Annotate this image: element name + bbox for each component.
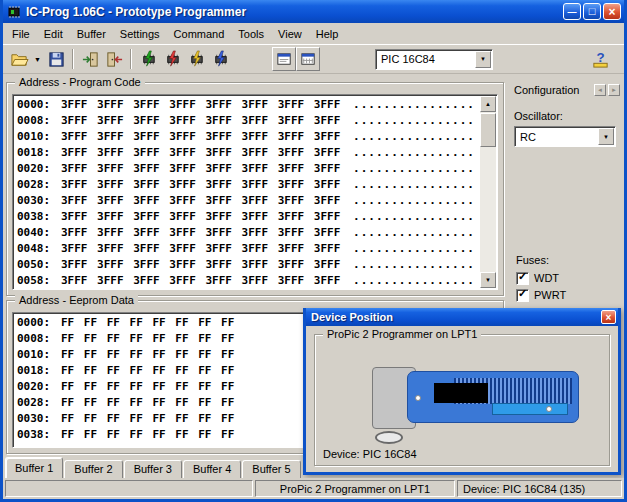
fuse-checkbox[interactable]: ✓	[516, 272, 529, 285]
row-address: 0038:	[17, 209, 61, 225]
verify-button[interactable]	[208, 47, 232, 71]
buffer-tab[interactable]: Buffer 4	[183, 460, 241, 478]
menu-item[interactable]: Settings	[113, 25, 167, 43]
menu-item[interactable]: File	[5, 25, 37, 43]
row-values[interactable]: 3FFF 3FFF 3FFF 3FFF 3FFF 3FFF 3FFF 3FFF	[61, 193, 340, 209]
row-values[interactable]: 3FFF 3FFF 3FFF 3FFF 3FFF 3FFF 3FFF 3FFF	[61, 273, 340, 289]
program-code-group-label: Address - Program Code	[15, 76, 145, 88]
socket-slider	[492, 403, 568, 415]
menu-item[interactable]: Command	[167, 25, 232, 43]
row-values[interactable]: 3FFF 3FFF 3FFF 3FFF 3FFF 3FFF 3FFF 3FFF	[61, 225, 340, 241]
dialog-title-bar[interactable]: Device Position ×	[306, 308, 618, 326]
buffer-tab[interactable]: Buffer 2	[64, 460, 122, 478]
help-button[interactable]: ?	[588, 47, 612, 71]
menu-item[interactable]: Help	[309, 25, 346, 43]
dialog-close-button[interactable]: ×	[601, 310, 616, 324]
buffer-tab[interactable]: Buffer 1	[5, 457, 63, 478]
row-values[interactable]: 3FFF 3FFF 3FFF 3FFF 3FFF 3FFF 3FFF 3FFF	[61, 257, 340, 273]
row-ascii[interactable]: ................	[353, 257, 477, 273]
inserted-chip	[434, 383, 488, 403]
status-device: Device: PIC 16C84 (135)	[457, 480, 622, 497]
read-all-button[interactable]	[136, 47, 160, 71]
row-values[interactable]: 3FFF 3FFF 3FFF 3FFF 3FFF 3FFF 3FFF 3FFF	[61, 177, 340, 193]
row-values[interactable]: 3FFF 3FFF 3FFF 3FFF 3FFF 3FFF 3FFF 3FFF	[61, 209, 340, 225]
fuse-checkbox[interactable]: ✓	[516, 289, 529, 302]
fuse-label: WDT	[534, 272, 559, 284]
row-values[interactable]: 3FFF 3FFF 3FFF 3FFF 3FFF 3FFF 3FFF 3FFF	[61, 97, 340, 113]
device-text: Device: PIC 16C84	[323, 448, 417, 460]
oscillator-select[interactable]: RC ▼	[514, 126, 616, 147]
row-ascii[interactable]: ................	[353, 193, 477, 209]
programmer-graphic	[315, 343, 609, 443]
row-address: 0038:	[17, 427, 61, 443]
row-values[interactable]: 3FFF 3FFF 3FFF 3FFF 3FFF 3FFF 3FFF 3FFF	[61, 161, 340, 177]
erase-all-button[interactable]	[184, 47, 208, 71]
config-prev-button[interactable]: ◄	[594, 84, 606, 96]
row-values[interactable]: FF FF FF FF FF FF FF FF	[61, 331, 234, 347]
row-values[interactable]: 3FFF 3FFF 3FFF 3FFF 3FFF 3FFF 3FFF 3FFF	[61, 145, 340, 161]
oscillator-select-arrow-icon[interactable]: ▼	[598, 128, 614, 145]
config-next-button[interactable]: ►	[608, 84, 620, 96]
save-file-button[interactable]	[44, 47, 68, 71]
buffer-tab[interactable]: Buffer 3	[124, 460, 182, 478]
export-file-button[interactable]	[102, 47, 126, 71]
row-ascii[interactable]: ................	[353, 273, 477, 289]
scroll-down-button[interactable]: ▼	[480, 272, 496, 288]
program-all-button[interactable]	[160, 47, 184, 71]
row-ascii[interactable]: ................	[353, 209, 477, 225]
row-ascii[interactable]: ................	[353, 145, 477, 161]
buffer-tab[interactable]: Buffer 5	[242, 460, 300, 478]
row-values[interactable]: FF FF FF FF FF FF FF FF	[61, 379, 234, 395]
maximize-button[interactable]: □	[583, 3, 601, 20]
data-window-button[interactable]	[296, 47, 320, 71]
menu-item[interactable]: Tools	[231, 25, 271, 43]
row-values[interactable]: 3FFF 3FFF 3FFF 3FFF 3FFF 3FFF 3FFF 3FFF	[61, 241, 340, 257]
hex-row: 0040: 3FFF 3FFF 3FFF 3FFF 3FFF 3FFF 3FFF…	[17, 225, 477, 241]
menu-bar: FileEditBufferSettingsCommandToolsViewHe…	[3, 23, 624, 45]
row-address: 0008:	[17, 331, 61, 347]
svg-text:?: ?	[596, 50, 604, 65]
row-ascii[interactable]: ................	[353, 225, 477, 241]
program-code-scrollbar[interactable]: ▲ ▼	[480, 96, 496, 288]
device-select[interactable]: PIC 16C84 ▼	[375, 49, 493, 70]
menu-item[interactable]: Edit	[37, 25, 70, 43]
programmer-group-label: ProPic 2 Programmer on LPT1	[323, 328, 481, 340]
row-ascii[interactable]: ................	[353, 241, 477, 257]
row-ascii[interactable]: ................	[353, 177, 477, 193]
menu-item[interactable]: View	[271, 25, 309, 43]
tab-label: Buffer 3	[134, 463, 172, 475]
scroll-up-button[interactable]: ▲	[480, 96, 496, 112]
row-values[interactable]: 3FFF 3FFF 3FFF 3FFF 3FFF 3FFF 3FFF 3FFF	[61, 113, 340, 129]
window-title: IC-Prog 1.06C - Prototype Programmer	[26, 5, 563, 19]
minimize-button[interactable]: —	[563, 3, 581, 20]
row-ascii[interactable]: ................	[353, 113, 477, 129]
row-values[interactable]: FF FF FF FF FF FF FF FF	[61, 315, 234, 331]
title-bar[interactable]: IC-Prog 1.06C - Prototype Programmer — □…	[3, 0, 624, 23]
hex-row: 0010: 3FFF 3FFF 3FFF 3FFF 3FFF 3FFF 3FFF…	[17, 129, 477, 145]
open-dropdown-button[interactable]: ▼	[31, 47, 44, 71]
import-file-button[interactable]	[78, 47, 102, 71]
fuses-section: Fuses: ✓ WDT ✓ PWRT	[516, 254, 566, 304]
row-values[interactable]: FF FF FF FF FF FF FF FF	[61, 347, 234, 363]
row-ascii[interactable]: ................	[353, 161, 477, 177]
row-ascii[interactable]: ................	[353, 97, 477, 113]
row-values[interactable]: FF FF FF FF FF FF FF FF	[61, 411, 234, 427]
row-address: 0000:	[17, 97, 61, 113]
row-values[interactable]: FF FF FF FF FF FF FF FF	[61, 395, 234, 411]
scroll-thumb[interactable]	[480, 113, 496, 147]
row-values[interactable]: 3FFF 3FFF 3FFF 3FFF 3FFF 3FFF 3FFF 3FFF	[61, 129, 340, 145]
row-ascii[interactable]: ................	[353, 129, 477, 145]
close-button[interactable]: ×	[603, 3, 621, 20]
row-address: 0048:	[17, 241, 61, 257]
open-file-button[interactable]	[7, 47, 31, 71]
code-window-button[interactable]	[272, 47, 296, 71]
device-select-arrow-icon[interactable]: ▼	[475, 51, 491, 68]
socket-lever	[375, 431, 403, 444]
menu-item[interactable]: Buffer	[70, 25, 113, 43]
row-values[interactable]: FF FF FF FF FF FF FF FF	[61, 427, 234, 443]
tab-label: Buffer 4	[193, 463, 231, 475]
program-code-editor[interactable]: 0000: 3FFF 3FFF 3FFF 3FFF 3FFF 3FFF 3FFF…	[12, 94, 498, 290]
row-values[interactable]: FF FF FF FF FF FF FF FF	[61, 363, 234, 379]
toolbar-separator	[130, 49, 132, 69]
hex-row: 0020: 3FFF 3FFF 3FFF 3FFF 3FFF 3FFF 3FFF…	[17, 161, 477, 177]
